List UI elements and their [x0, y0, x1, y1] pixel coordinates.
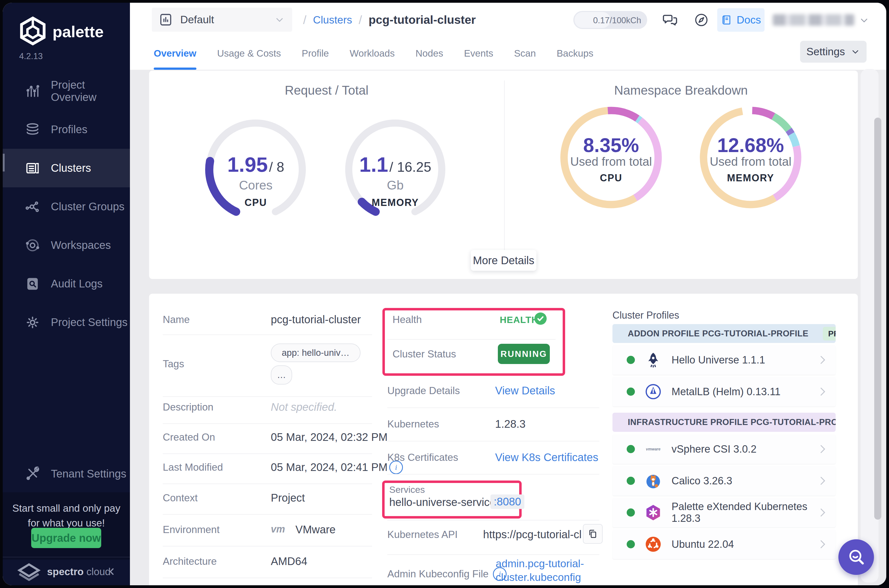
- sidebar-item-cluster-groups[interactable]: Cluster Groups: [3, 188, 130, 226]
- bar-chart-icon: [25, 83, 41, 99]
- user-name-blurred[interactable]: [773, 14, 854, 26]
- sidebar-item-label: Project Settings: [51, 316, 128, 328]
- profile-pack-palette-extended-kubernetes[interactable]: Palette eXtended Kubernetes 1.28.3: [613, 498, 836, 527]
- tools-icon: [25, 466, 41, 482]
- overview-charts-card: Request / Total Namespace Breakdown 1.95…: [149, 70, 858, 279]
- services-label: Services: [389, 484, 425, 495]
- divider: [163, 483, 372, 484]
- project-selector[interactable]: Default: [152, 8, 292, 32]
- sidebar-item-tenant-settings[interactable]: Tenant Settings: [3, 454, 130, 493]
- tab-nodes[interactable]: Nodes: [416, 37, 443, 70]
- chevron-right-icon: [817, 507, 829, 519]
- namespace-breakdown-title: Namespace Breakdown: [504, 83, 858, 98]
- doc-search-icon: [25, 276, 41, 292]
- divider: [387, 408, 599, 408]
- promo-line-2: for what you use!: [3, 514, 130, 529]
- tab-events[interactable]: Events: [464, 37, 493, 70]
- main-area: Default / Clusters / pcg-tutorial-cluste…: [130, 3, 886, 585]
- search-fab-button[interactable]: [838, 539, 874, 575]
- tag-overflow-pill[interactable]: …: [271, 365, 292, 384]
- upgrade-now-button[interactable]: Upgrade now: [31, 528, 101, 548]
- settings-button-label: Settings: [806, 46, 845, 58]
- cpu-donut-caption: Used from total: [556, 155, 666, 168]
- promo-line-1: Start small and only pay: [3, 492, 130, 514]
- docs-button[interactable]: Docs: [717, 8, 764, 32]
- environment-value: VMware: [296, 524, 336, 536]
- tabs: Overview Usage & Costs Profile Workloads…: [154, 37, 593, 70]
- tab-overview[interactable]: Overview: [154, 37, 197, 70]
- infrastructure-profile-header[interactable]: INFRASTRUCTURE PROFILE PCG-TUTORIAL-PROF…: [613, 413, 836, 432]
- upgrade-details-label: Upgrade Details: [387, 385, 460, 396]
- settings-button[interactable]: Settings: [800, 41, 866, 63]
- ubuntu-icon: [644, 535, 662, 553]
- context-label: Context: [163, 492, 198, 504]
- spectro-cloud-logo: [16, 561, 42, 582]
- sidebar-item-workspaces[interactable]: Workspaces: [3, 226, 130, 264]
- service-name-value: hello-universe-service: [389, 496, 496, 508]
- admin-kubeconfig-link[interactable]: admin.pcg-tutorial-cluster.kubeconfig: [496, 557, 589, 584]
- usage-badge-text: 0.17/100kCh: [593, 16, 641, 26]
- chevron-down-icon: [274, 14, 285, 25]
- tab-backups[interactable]: Backups: [557, 37, 593, 70]
- layers-icon: [25, 122, 41, 138]
- sidebar-item-profiles[interactable]: Profiles: [3, 110, 130, 149]
- user-menu-chevron-icon[interactable]: [859, 15, 869, 26]
- compass-icon[interactable]: [694, 12, 709, 28]
- architecture-label: Architecture: [163, 556, 217, 567]
- description-label: Description: [163, 402, 213, 413]
- more-details-button[interactable]: More Details: [471, 250, 536, 271]
- sidebar-item-project-overview[interactable]: Project Overview: [3, 72, 130, 110]
- kubernetes-version-value: 1.28.3: [495, 418, 526, 430]
- memory-gauge-unit: Gb: [341, 178, 450, 192]
- sidebar-item-clusters[interactable]: Clusters: [3, 149, 130, 188]
- tags-label: Tags: [163, 358, 184, 370]
- divider: [387, 520, 599, 520]
- chevron-down-icon: [850, 47, 860, 57]
- profile-pack-ubuntu[interactable]: Ubuntu 22.04: [613, 530, 836, 559]
- tab-profile[interactable]: Profile: [302, 37, 329, 70]
- profile-pack-hello-universe[interactable]: Hello Universe 1.1.1: [613, 345, 836, 375]
- book-icon: [721, 14, 732, 26]
- sidebar-item-label: Tenant Settings: [51, 468, 126, 480]
- profile-pack-calico[interactable]: Calico 3.26.3: [613, 466, 836, 495]
- pack-status-dot: [627, 445, 635, 453]
- view-details-link[interactable]: View Details: [495, 384, 555, 397]
- sidebar-item-project-settings[interactable]: Project Settings: [3, 303, 130, 342]
- service-port-link[interactable]: :8080: [491, 495, 524, 509]
- tab-usage-costs[interactable]: Usage & Costs: [217, 37, 281, 70]
- palette-logo-icon: [19, 16, 47, 49]
- kubernetes-label: Kubernetes: [387, 418, 439, 430]
- pack-status-dot: [627, 477, 635, 485]
- view-k8s-certificates-link[interactable]: View K8s Certificates: [495, 451, 598, 464]
- profile-pack-vsphere-csi[interactable]: vmware vSphere CSI 3.0.2: [613, 434, 836, 464]
- health-label: Health: [392, 314, 422, 326]
- addon-profile-header[interactable]: ADDON PROFILE PCG-TUTORIAL-PROFILE PROJ: [613, 324, 836, 343]
- tab-workloads[interactable]: Workloads: [350, 37, 395, 70]
- cpu-gauge-label: CPU: [201, 197, 311, 208]
- breadcrumb-clusters-link[interactable]: Clusters: [313, 14, 352, 26]
- divider: [163, 334, 372, 335]
- cpu-gauge-unit: Cores: [201, 178, 311, 192]
- footer-brand: spectro cloud: [47, 566, 111, 578]
- profile-pack-metallb[interactable]: MetalLB (Helm) 0.13.11: [613, 377, 836, 406]
- kubernetes-api-value: https://pcg-tutorial-cl…: [483, 528, 593, 541]
- chat-icon[interactable]: [662, 12, 679, 28]
- memory-donut-caption: Used from total: [696, 155, 805, 168]
- scrollbar-thumb[interactable]: [874, 118, 881, 520]
- sidebar-item-label: Clusters: [51, 162, 91, 174]
- magnifier-smile-icon: [846, 547, 866, 567]
- copy-button[interactable]: [583, 524, 602, 544]
- rocket-icon: [644, 351, 662, 369]
- divider: [163, 453, 372, 454]
- memory-donut-label: MEMORY: [696, 172, 805, 184]
- breadcrumb: / Clusters / pcg-tutorial-cluster: [303, 3, 476, 37]
- memory-gauge-label: MEMORY: [341, 197, 450, 208]
- tab-scan[interactable]: Scan: [514, 37, 536, 70]
- collapse-sidebar-icon[interactable]: [107, 566, 118, 578]
- sidebar-item-audit-logs[interactable]: Audit Logs: [3, 264, 130, 303]
- chevron-right-icon: [817, 538, 829, 550]
- tag-pill[interactable]: app: hello-univ…: [271, 344, 360, 362]
- environment-label: Environment: [163, 524, 220, 536]
- cpu-gauge-value: 1.95 / 8: [201, 153, 311, 176]
- chevron-right-icon: [817, 354, 829, 366]
